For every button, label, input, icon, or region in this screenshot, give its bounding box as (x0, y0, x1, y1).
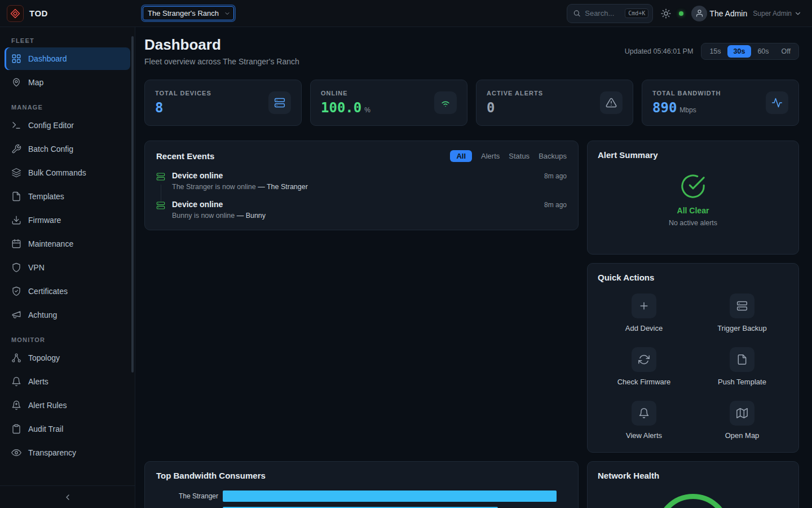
calendar-icon (11, 239, 21, 249)
filter-alerts[interactable]: Alerts (481, 152, 500, 160)
stat-active-alerts: ACTIVE ALERTS 0 (476, 80, 633, 126)
topbar: TOD The Stranger's Ranch Cmd+K The Admin… (0, 0, 812, 27)
refresh-option-15s[interactable]: 15s (703, 45, 727, 58)
filter-status[interactable]: Status (509, 152, 529, 160)
sidebar-item-label: Dashboard (28, 54, 67, 63)
shield-check-icon (11, 286, 21, 296)
stats-row: TOTAL DEVICES 8 ONLINE 100.0% ACTIVE A (144, 80, 799, 126)
sidebar-item-audit-trail[interactable]: Audit Trail (5, 418, 130, 440)
file-icon (11, 191, 21, 202)
user-menu[interactable]: The Admin Super Admin (691, 6, 802, 21)
sidebar-section-fleet: FLEET (11, 37, 123, 44)
sidebar-item-vpn[interactable]: VPN (5, 256, 130, 279)
server-icon (156, 172, 165, 181)
sidebar-item-label: Bulk Commands (28, 168, 86, 177)
sidebar-item-config-editor[interactable]: Config Editor (5, 114, 130, 137)
refresh-option-60s[interactable]: 60s (751, 45, 775, 58)
bandwidth-row: The Stranger (156, 491, 567, 502)
avatar (691, 6, 707, 21)
updated-timestamp: Updated 05:46:01 PM (625, 47, 694, 55)
sidebar-item-alert-rules[interactable]: Alert Rules (5, 394, 130, 417)
refresh-option-off[interactable]: Off (775, 45, 797, 58)
stat-label: ACTIVE ALERTS (487, 90, 543, 97)
refresh-option-30s[interactable]: 30s (727, 45, 752, 58)
bandwidth-bar (223, 491, 557, 502)
page-header: Dashboard Fleet overview across The Stra… (144, 36, 799, 66)
sidebar-item-certificates[interactable]: Certificates (5, 280, 130, 303)
sidebar-item-label: Firmware (28, 216, 61, 225)
quick-actions-title: Quick Actions (598, 273, 654, 282)
sidebar-item-transparency[interactable]: Transparency (5, 441, 130, 464)
alert-triangle-icon (600, 91, 623, 114)
sidebar-item-achtung[interactable]: Achtung (5, 304, 130, 326)
bell-icon (632, 401, 656, 426)
theme-toggle-sun-icon[interactable] (661, 8, 671, 19)
sidebar-item-label: Config Editor (28, 121, 74, 130)
app-logo-icon (7, 5, 24, 22)
event-time: 8m ago (544, 201, 567, 209)
user-role: Super Admin (753, 10, 792, 17)
sidebar-item-map[interactable]: Map (5, 71, 130, 94)
top-bandwidth-card: Top Bandwidth Consumers The Stranger Wal… (144, 461, 579, 508)
sidebar-item-label: Topology (28, 353, 60, 362)
page-subtitle: Fleet overview across The Stranger's Ran… (144, 57, 299, 66)
page-title: Dashboard (144, 36, 299, 54)
event-item[interactable]: Device online 8m ago The Stranger is now… (156, 171, 567, 191)
plus-icon (632, 294, 656, 318)
refresh-icon (632, 347, 656, 372)
chevron-down-icon (794, 10, 802, 17)
search-input[interactable] (585, 9, 621, 17)
search-shortcut-badge: Cmd+K (625, 8, 648, 18)
dashboard-grid-icon (11, 54, 21, 64)
sidebar-item-bulk-commands[interactable]: Bulk Commands (5, 161, 130, 184)
filter-all[interactable]: All (450, 150, 472, 162)
event-target: — The Stranger (258, 183, 308, 191)
ranch-selector-wrap: The Stranger's Ranch (143, 6, 234, 20)
sidebar: FLEET Dashboard Map MANAGE Config Editor… (0, 27, 135, 508)
shield-icon (11, 262, 21, 273)
stat-value: 100.0 (321, 100, 361, 116)
download-icon (11, 215, 21, 225)
sidebar-item-batch-config[interactable]: Batch Config (5, 138, 130, 160)
sidebar-item-firmware[interactable]: Firmware (5, 209, 130, 231)
sidebar-item-maintenance[interactable]: Maintenance (5, 233, 130, 255)
sidebar-item-topology[interactable]: Topology (5, 347, 130, 369)
event-item[interactable]: Device online 8m ago Bunny is now online… (156, 200, 567, 220)
quick-actions-card: Quick Actions Add Device Tri (587, 263, 799, 453)
sidebar-item-label: VPN (28, 263, 45, 272)
refresh-interval-control: 15s 30s 60s Off (701, 43, 799, 60)
chevron-left-icon (63, 493, 72, 502)
filter-backups[interactable]: Backups (539, 152, 567, 160)
topbar-right: Cmd+K The Admin Super Admin (567, 4, 812, 23)
sidebar-item-dashboard[interactable]: Dashboard (5, 47, 130, 70)
check-firmware-button[interactable]: Check Firmware (598, 347, 690, 386)
alert-status: All Clear (598, 206, 788, 215)
sidebar-item-templates[interactable]: Templates (5, 185, 130, 208)
open-map-button[interactable]: Open Map (696, 401, 788, 440)
sidebar-scrollbar[interactable] (131, 36, 134, 373)
server-icon (156, 201, 165, 210)
server-icon (268, 91, 291, 114)
layers-icon (11, 168, 21, 178)
sidebar-item-alerts[interactable]: Alerts (5, 370, 130, 393)
event-title: Device online (172, 200, 223, 209)
add-device-button[interactable]: Add Device (598, 294, 690, 332)
file-icon (730, 347, 754, 372)
push-template-button[interactable]: Push Template (696, 347, 788, 386)
activity-icon (766, 91, 788, 114)
network-health-title: Network Health (598, 471, 659, 480)
recent-events-title: Recent Events (156, 151, 214, 161)
event-filters: All Alerts Status Backups (450, 150, 567, 162)
brand-name: TOD (29, 8, 48, 18)
view-alerts-button[interactable]: View Alerts (598, 401, 690, 440)
global-search[interactable]: Cmd+K (567, 4, 653, 23)
bandwidth-title: Top Bandwidth Consumers (156, 471, 266, 480)
sidebar-item-label: Maintenance (28, 239, 73, 248)
connection-status-dot (679, 11, 683, 16)
sidebar-collapse-button[interactable] (0, 485, 135, 508)
stat-label: ONLINE (321, 90, 370, 97)
trigger-backup-button[interactable]: Trigger Backup (696, 294, 788, 332)
ranch-selector[interactable]: The Stranger's Ranch (143, 6, 234, 20)
terminal-icon (11, 120, 21, 130)
eye-icon (11, 448, 21, 458)
